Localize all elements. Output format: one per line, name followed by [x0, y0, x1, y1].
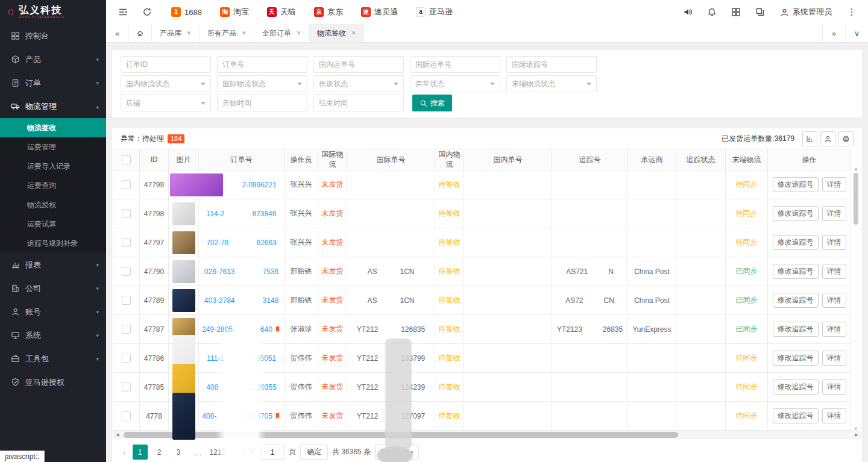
scroll-down-icon[interactable]: ▼ — [854, 426, 858, 431]
sidebar-item-order[interactable]: 订单 ▾ — [0, 71, 106, 95]
order-link[interactable]: 408-3418705 — [202, 412, 272, 420]
mute-icon[interactable] — [676, 0, 699, 24]
row-checkbox[interactable] — [122, 354, 131, 363]
apps-grid-icon[interactable] — [725, 0, 747, 24]
sidebar-subitem[interactable]: 物流签收 — [0, 118, 106, 137]
order-link[interactable]: 114-2873846 — [207, 210, 277, 218]
endpoint-status-select[interactable]: 末端物流状态 — [506, 75, 597, 92]
row-checkbox[interactable] — [122, 180, 131, 189]
tab-close-icon[interactable]: × — [187, 29, 191, 37]
operator-filter-icon[interactable] — [820, 131, 835, 146]
sidebar-item-logistics[interactable]: 物流管理 ▴ — [0, 95, 106, 118]
details-button[interactable]: 详情 — [822, 351, 846, 366]
per-page-select[interactable]: 30 条/页▾ — [375, 445, 419, 460]
void-status-select[interactable]: 作废状态 — [313, 75, 404, 92]
order-link[interactable]: 249-2805640 — [202, 325, 272, 334]
notification-bell-icon[interactable] — [700, 0, 723, 24]
platform-amazon[interactable]: a 亚马逊 — [416, 7, 453, 17]
sidebar-item-toolkit[interactable]: 工具包 ▾ — [0, 347, 106, 370]
order-link[interactable]: 702-7662663 — [206, 239, 277, 247]
sidebar-subitem[interactable]: 追踪号规则补录 — [0, 234, 106, 253]
details-button[interactable]: 详情 — [822, 293, 846, 308]
domestic-waybill-input[interactable] — [313, 56, 404, 73]
intl-trace-input[interactable] — [506, 56, 597, 73]
row-checkbox[interactable] — [122, 382, 131, 392]
confirm-button[interactable]: 确定 — [300, 445, 328, 460]
vertical-scroll-thumb[interactable] — [854, 173, 858, 225]
search-button[interactable]: 搜索 — [412, 95, 452, 111]
tab-1[interactable]: 所有产品 × — [200, 24, 254, 42]
horizontal-scrollbar[interactable]: ◀ ▶ — [113, 431, 861, 439]
scroll-tabs-left-icon[interactable]: « — [106, 24, 129, 42]
platform-taobao[interactable]: 淘 淘宝 — [220, 7, 249, 17]
chart-icon[interactable] — [802, 131, 817, 146]
collapse-sidebar-icon[interactable] — [111, 0, 135, 24]
sidebar-subitem[interactable]: 运费查询 — [0, 176, 106, 195]
vertical-scrollbar[interactable]: ▲ ▼ — [852, 167, 860, 431]
edit-tracking-button[interactable]: 修改追踪号 — [773, 177, 819, 192]
intl-status-select[interactable]: 国际物流状态 — [217, 75, 307, 92]
order-link[interactable]: 026-76137536 — [204, 267, 278, 276]
tab-operations-icon[interactable]: ∨ — [845, 24, 868, 42]
refresh-icon[interactable] — [135, 0, 159, 24]
order-link[interactable]: 408-2220355 — [206, 383, 277, 392]
details-button[interactable]: 详情 — [822, 379, 846, 395]
scroll-up-icon[interactable]: ▲ — [854, 167, 858, 171]
sidebar-item-amazon-auth[interactable]: 亚马逊授权 — [0, 370, 106, 394]
edit-tracking-button[interactable]: 修改追踪号 — [773, 408, 819, 423]
user-menu[interactable]: 系统管理员 — [773, 7, 839, 17]
shop-select[interactable]: 店铺 — [121, 95, 211, 111]
select-all-checkbox[interactable] — [122, 155, 131, 164]
edit-tracking-button[interactable]: 修改追踪号 — [773, 293, 819, 308]
edit-tracking-button[interactable]: 修改追踪号 — [773, 379, 819, 395]
product-image[interactable] — [172, 202, 195, 225]
page-button-1[interactable]: 1 — [133, 445, 148, 460]
tab-close-icon[interactable]: × — [242, 29, 246, 37]
exception-status-select[interactable]: 异常状态 — [410, 75, 500, 92]
platform-1688[interactable]: 1 1688 — [171, 7, 202, 17]
product-image[interactable] — [172, 393, 195, 440]
order-id-input[interactable] — [121, 56, 211, 73]
tab-2[interactable]: 全部订单 × — [254, 24, 309, 42]
product-image[interactable] — [172, 260, 195, 283]
platform-jd[interactable]: 京 京东 — [314, 7, 343, 17]
details-button[interactable]: 详情 — [822, 264, 846, 279]
page-button-2[interactable]: 2 — [152, 445, 167, 460]
product-image[interactable] — [172, 289, 195, 312]
sidebar-item-report[interactable]: 报表 ▾ — [0, 253, 106, 276]
row-checkbox[interactable] — [122, 209, 131, 218]
details-button[interactable]: 详情 — [822, 408, 846, 423]
tab-3[interactable]: 物流签收 × — [309, 24, 364, 42]
details-button[interactable]: 详情 — [822, 177, 846, 192]
row-checkbox[interactable] — [122, 325, 131, 334]
details-button[interactable]: 详情 — [822, 235, 846, 250]
product-image[interactable] — [170, 173, 223, 196]
sidebar-subitem[interactable]: 运费试算 — [0, 214, 106, 234]
tab-0[interactable]: 产品库 × — [152, 24, 200, 42]
platform-aliexpress[interactable]: 速 速卖通 — [361, 7, 398, 17]
sidebar-item-console[interactable]: 控制台 — [0, 24, 106, 48]
order-link[interactable]: 403-27843148 — [204, 296, 278, 305]
row-checkbox[interactable] — [122, 296, 131, 305]
row-checkbox[interactable] — [122, 411, 131, 420]
tab-close-icon[interactable]: × — [351, 29, 356, 37]
details-button[interactable]: 详情 — [822, 322, 846, 337]
details-button[interactable]: 详情 — [822, 206, 846, 221]
edit-tracking-button[interactable]: 修改追踪号 — [773, 235, 819, 250]
page-button-3[interactable]: 3 — [171, 445, 186, 460]
home-tab[interactable] — [129, 24, 152, 42]
order-no-input[interactable] — [217, 56, 307, 73]
edit-tracking-button[interactable]: 修改追踪号 — [773, 351, 819, 366]
jump-page-input[interactable] — [260, 445, 285, 460]
more-options-icon[interactable]: ⋮ — [840, 0, 863, 24]
edit-tracking-button[interactable]: 修改追踪号 — [773, 206, 819, 221]
tab-close-icon[interactable]: × — [297, 29, 301, 37]
order-link[interactable]: 111-1785051 — [207, 354, 276, 363]
sidebar-item-product[interactable]: 产品 ▾ — [0, 48, 106, 71]
row-checkbox[interactable] — [122, 238, 131, 247]
sidebar-item-company[interactable]: 公司 ▾ — [0, 276, 106, 300]
layout-switch-icon[interactable] — [749, 0, 772, 24]
edit-tracking-button[interactable]: 修改追踪号 — [773, 322, 819, 337]
sidebar-subitem[interactable]: 物流授权 — [0, 195, 106, 214]
horizontal-scroll-track[interactable] — [122, 432, 852, 438]
